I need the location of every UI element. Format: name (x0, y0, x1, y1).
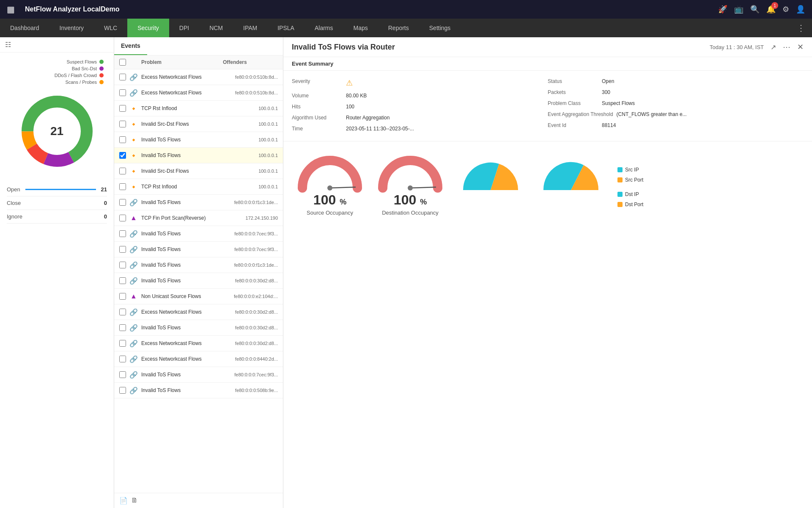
event-problem-name: Invalid Src-Dst Flows (141, 121, 255, 127)
notification-icon[interactable]: 🔔 1 (766, 5, 776, 14)
event-checkbox[interactable] (119, 340, 126, 347)
event-row[interactable]: 🔗 Invalid ToS Flows fe80:0:0:0:30d2:d8..… (114, 273, 283, 289)
export-csv-icon[interactable]: 📄 (119, 497, 128, 505)
donut-legend: Suspect Flows Bad Src-Dst DDoS / Flash C… (7, 59, 107, 86)
event-row[interactable]: 🔸 Invalid Src-Dst Flows 100.0.0.1 (114, 116, 283, 132)
events-footer: 📄 🗎 (114, 493, 283, 508)
export-pdf-icon[interactable]: 🗎 (131, 497, 138, 505)
user-icon[interactable]: 👤 (796, 5, 805, 14)
event-checkbox[interactable] (119, 121, 126, 127)
select-all-checkbox[interactable] (119, 59, 126, 66)
event-checkbox[interactable] (119, 199, 126, 206)
event-checkbox[interactable] (119, 246, 126, 253)
event-row[interactable]: 🔗 Invalid ToS Flows fe80:0:0:0:7cec:9f3.… (114, 226, 283, 242)
event-offender: fe80:0:0:0:e2:104d:... (234, 294, 278, 299)
nav-more-icon[interactable]: ⋮ (790, 23, 812, 33)
event-checkbox[interactable] (119, 215, 126, 221)
legend-dot-suspect (99, 60, 104, 64)
detail-fields-left: Severity ⚠ Volume 80.00 KB Hits 100 Algo… (292, 76, 548, 134)
event-checkbox[interactable] (119, 152, 126, 159)
event-problem-name: TCP Rst Inflood (141, 105, 255, 111)
network-icon: 🔗 (129, 339, 138, 348)
nav-security[interactable]: Security (127, 19, 169, 37)
dest-occupancy-value: 100 % (394, 192, 427, 208)
event-row[interactable]: 🔗 Excess Networkcast Flows fe80:0:0:0:30… (114, 336, 283, 351)
event-checkbox[interactable] (119, 309, 126, 315)
external-link-icon[interactable]: ↗ (771, 43, 776, 51)
legend-label-bad-src: Bad Src-Dst (72, 66, 97, 71)
search-icon[interactable]: 🔍 (750, 5, 760, 14)
event-checkbox[interactable] (119, 371, 126, 378)
event-checkbox[interactable] (119, 168, 126, 174)
event-row[interactable]: ▲ TCP Fin Port Scan(Reverse) 172.24.150.… (114, 210, 283, 226)
event-row[interactable]: 🔗 Invalid ToS Flows fe80:0:0:0:508b:9e..… (114, 383, 283, 398)
nav-ipsla[interactable]: IPSLA (267, 19, 304, 37)
dst-pie-svg (537, 150, 605, 196)
event-row[interactable]: 🔸 Invalid ToS Flows 100.0.0.1 (114, 148, 283, 163)
event-row[interactable]: ▲ Non Unicast Source Flows fe80:0:0:0:e2… (114, 289, 283, 304)
legend-dst-ip: Dst IP (617, 191, 643, 197)
event-checkbox[interactable] (119, 89, 126, 96)
event-row[interactable]: 🔗 Excess Networkcast Flows fe80:0:0:0:84… (114, 351, 283, 367)
event-offender: 100.0.0.1 (258, 184, 278, 189)
nav-reports[interactable]: Reports (378, 19, 419, 37)
legend-src-port-box (617, 177, 623, 182)
monitor-icon[interactable]: 📺 (734, 5, 743, 14)
legend-bad-src: Bad Src-Dst (7, 66, 107, 71)
nav-inventory[interactable]: Inventory (49, 19, 94, 37)
filter-icon[interactable]: ☷ (5, 41, 11, 49)
event-checkbox[interactable] (119, 387, 126, 394)
event-row[interactable]: 🔗 Invalid ToS Flows fe80:0:0:0:7cec:9f3.… (114, 367, 283, 383)
nav-ncm[interactable]: NCM (199, 19, 233, 37)
event-row[interactable]: 🔗 Invalid ToS Flows fe80:0:0:0:30d2:d8..… (114, 320, 283, 336)
rocket-icon[interactable]: 🚀 (718, 5, 727, 14)
event-offender: fe80:0:0:0:7cec:9f3... (234, 372, 278, 377)
sidebar-filter: ☷ (0, 37, 114, 52)
event-row[interactable]: 🔸 Invalid ToS Flows 100.0.0.1 (114, 132, 283, 148)
detail-panel: Invalid ToS Flows via Router Today 11 : … (283, 37, 812, 508)
nav-dashboard[interactable]: Dashboard (0, 19, 49, 37)
event-row[interactable]: 🔗 Excess Networkcast Flows fe80:0:0:0:51… (114, 85, 283, 101)
legend-dst-ip-label: Dst IP (625, 191, 639, 197)
svg-point-8 (408, 185, 413, 190)
src-pie-chart (457, 150, 524, 196)
event-row[interactable]: 🔸 TCP Rst Inflood 100.0.0.1 (114, 179, 283, 195)
event-problem-name: Invalid ToS Flows (141, 325, 232, 331)
event-row[interactable]: 🔗 Excess Networkcast Flows fe80:0:0:0:51… (114, 69, 283, 85)
svg-point-6 (327, 185, 332, 190)
nav-maps[interactable]: Maps (343, 19, 378, 37)
events-tab[interactable]: Events (114, 37, 147, 55)
nav-ipam[interactable]: IPAM (233, 19, 267, 37)
nav-settings[interactable]: Settings (419, 19, 461, 37)
event-row[interactable]: 🔸 TCP Rst Inflood 100.0.0.1 (114, 101, 283, 116)
attack-icon: 🔸 (129, 182, 138, 191)
event-row[interactable]: 🔗 Invalid ToS Flows fe80:0:0:0:7cec:9f3.… (114, 242, 283, 257)
nav-dpi[interactable]: DPI (169, 19, 199, 37)
detail-more-icon[interactable]: ⋯ (783, 42, 790, 52)
grid-icon[interactable]: ▦ (7, 4, 15, 14)
event-checkbox[interactable] (119, 183, 126, 190)
nav-wlc[interactable]: WLC (94, 19, 127, 37)
event-checkbox[interactable] (119, 277, 126, 284)
event-row[interactable]: 🔸 Invalid Src-Dst Flows 100.0.0.1 (114, 163, 283, 179)
event-row[interactable]: 🔗 Invalid ToS Flows fe80:0:0:0:f1c3:1de.… (114, 257, 283, 273)
events-list: 🔗 Excess Networkcast Flows fe80:0:0:0:51… (114, 69, 283, 493)
event-row[interactable]: 🔗 Invalid ToS Flows fe80:0:0:0:f1c3:1de.… (114, 195, 283, 210)
stat-ignore: Ignore 0 (7, 210, 107, 224)
event-checkbox[interactable] (119, 74, 126, 80)
event-row[interactable]: 🔗 Excess Networkcast Flows fe80:0:0:0:30… (114, 304, 283, 320)
event-checkbox[interactable] (119, 230, 126, 237)
event-offender: fe80:0:0:0:8440:2d... (235, 356, 278, 362)
event-problem-name: Invalid ToS Flows (141, 231, 231, 237)
notification-badge: 1 (771, 2, 778, 9)
event-checkbox[interactable] (119, 262, 126, 268)
event-checkbox[interactable] (119, 105, 126, 112)
event-checkbox[interactable] (119, 136, 126, 143)
nav-alarms[interactable]: Alarms (304, 19, 343, 37)
close-icon[interactable]: ✕ (797, 42, 804, 52)
event-checkbox[interactable] (119, 324, 126, 331)
event-offender: fe80:0:0:0:30d2:d8... (235, 341, 278, 346)
settings-icon[interactable]: ⚙ (782, 5, 789, 14)
event-checkbox[interactable] (119, 356, 126, 362)
event-checkbox[interactable] (119, 293, 126, 300)
